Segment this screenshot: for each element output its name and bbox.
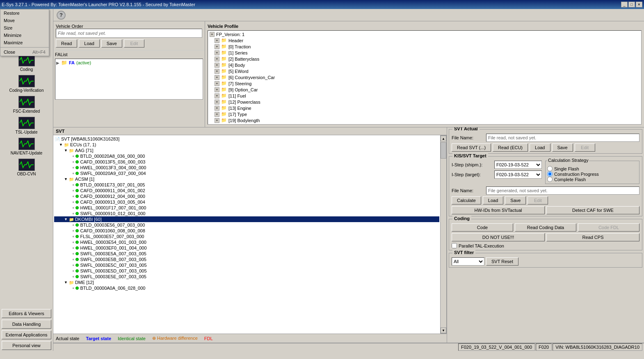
complete-flash-input[interactable] <box>547 177 553 182</box>
svt-item[interactable]: ● BTLD_00001E73_007_001_005 <box>54 182 439 188</box>
svt-item[interactable]: ● SWFL_00003E5D_007_003_005 <box>54 268 439 274</box>
sidebar-item-obd-cvn[interactable]: OBD-CVN <box>0 157 53 178</box>
tree-item-powerclass[interactable]: + 📁 [12] Powerclass <box>209 99 640 105</box>
tree-item-body[interactable]: + 📁 [4] Body <box>209 62 640 68</box>
data-handling-button[interactable]: Data Handling <box>2 320 51 329</box>
kis-file-name-input[interactable] <box>486 186 639 195</box>
sidebar-item-fsc-extended[interactable]: FSC-Extended <box>0 94 53 115</box>
context-close[interactable]: Close Alt+F4 <box>0 48 49 56</box>
svt-item[interactable]: ● SWFL_00000910_012_001_000 <box>54 211 439 216</box>
svt-group-acsm[interactable]: ▼ 📁 ACSM [1] <box>54 176 439 182</box>
tree-item-type[interactable]: + 📁 [17] Type <box>209 111 640 117</box>
load-kis-button[interactable]: Load <box>483 196 503 204</box>
read-button[interactable]: Read <box>56 39 77 48</box>
vehicle-order-input[interactable] <box>56 29 202 38</box>
expand-body[interactable]: + <box>215 63 219 68</box>
svt-ecus[interactable]: ▼ 📁 ECUs (17, 1) <box>54 142 439 148</box>
read-svt-button[interactable]: Read SVT (...) <box>452 143 491 152</box>
svt-group-dme[interactable]: ▼ 📁 DME [12] <box>54 279 439 285</box>
do-not-use-button[interactable]: DO NOT USE!!! <box>452 233 545 241</box>
sidebar-item-coding-verification[interactable]: Coding-Verification <box>0 73 53 94</box>
tree-item-batteryclass[interactable]: + 📁 [2] Batteryclass <box>209 56 640 62</box>
scroll-down-button[interactable]: ▼ <box>441 327 446 333</box>
context-size[interactable]: Size <box>0 24 49 32</box>
tree-item-fuel[interactable]: + 📁 [11] Fuel <box>209 93 640 99</box>
tree-item-steering[interactable]: + 📁 [7] Steering <box>209 80 640 86</box>
expand-powerclass[interactable]: + <box>215 100 219 105</box>
svt-item[interactable]: ● HWEL_00001F17_007_001_000 <box>54 205 439 211</box>
expand-type[interactable]: + <box>215 112 219 117</box>
personal-view-button[interactable]: Personal view <box>2 341 51 350</box>
svt-item[interactable]: ● HWEL_00003E54_001_003_000 <box>54 239 439 245</box>
expand-battery[interactable]: + <box>215 57 219 61</box>
load-button[interactable]: Load <box>79 39 99 48</box>
svt-tree[interactable]: 📄 SVT [WBA8L51060K316283] ▼ 📁 ECUs (17, … <box>53 135 440 334</box>
context-move[interactable]: Move <box>0 17 49 24</box>
parallel-tal-checkbox[interactable] <box>452 243 457 248</box>
svt-group-dkombi[interactable]: ▼ 📁 DKOMBI [60] <box>54 216 439 222</box>
context-minimize[interactable]: Minimize <box>0 32 49 39</box>
svt-item[interactable]: ● SWFL_00003E5B_007_003_005 <box>54 257 439 262</box>
single-flash-input[interactable] <box>547 166 553 171</box>
load-svt-button[interactable]: Load <box>530 143 550 152</box>
complete-flash-radio[interactable]: Complete Flash <box>547 177 637 182</box>
expand-traction[interactable]: + <box>215 44 219 49</box>
svt-item[interactable]: ● HWEL_000013F3_004_000_000 <box>54 165 439 170</box>
svt-item[interactable]: ● CAFD_00001060_008_000_008 <box>54 228 439 234</box>
read-ecu-button[interactable]: Read (ECU) <box>493 143 528 152</box>
tree-item-fp[interactable]: + FP_Version: 1 <box>209 32 640 37</box>
editors-viewers-button[interactable]: Editors & Viewers <box>2 309 51 318</box>
tree-item-bodylength[interactable]: + 📁 [19] Bodylength <box>209 117 640 123</box>
save-svt-button[interactable]: Save <box>552 143 573 152</box>
svt-item[interactable]: ● HWEL_00003EF0_001_004_000 <box>54 245 439 251</box>
edit-button[interactable]: Edit <box>124 39 144 48</box>
svt-filter-select[interactable]: All AAG ACSM DKOMBI DME <box>452 257 484 266</box>
save-button[interactable]: Save <box>101 39 122 48</box>
expand-series[interactable]: + <box>215 50 219 55</box>
scroll-track[interactable] <box>441 141 446 327</box>
construction-progress-radio[interactable]: Construction Progress <box>547 171 637 177</box>
maximize-button[interactable]: □ <box>628 2 635 7</box>
tree-item-traction[interactable]: + 📁 [0] Traction <box>209 43 640 50</box>
expand-fuel[interactable]: + <box>215 93 219 98</box>
svt-item[interactable]: ● CAFD_00000911_004_001_002 <box>54 188 439 193</box>
construction-progress-input[interactable] <box>547 171 553 177</box>
svt-item[interactable]: ● CAFD_00000913_003_005_004 <box>54 199 439 205</box>
istep-shipm-dropdown[interactable]: F020-19-03-522 <box>494 161 542 169</box>
code-fdl-button[interactable]: Code FDL <box>578 223 639 232</box>
expand-countryversion[interactable]: + <box>215 75 219 80</box>
read-cps-button[interactable]: Read CPS <box>546 233 639 241</box>
expand-bodylength[interactable]: + <box>215 118 219 123</box>
tree-item-series[interactable]: + 📁 [1] Series <box>209 50 640 56</box>
istep-target-dropdown[interactable]: F020-19-03-522 <box>494 170 542 179</box>
svt-item[interactable]: ● BTLD_00000A0A_006_028_000 <box>54 285 439 291</box>
scroll-up-button[interactable]: ▲ <box>441 136 446 141</box>
help-icon[interactable]: ? <box>57 11 66 20</box>
tree-item-eword[interactable]: + 📁 [5] EWord <box>209 68 640 74</box>
detect-caf-button[interactable]: Detect CAF for SWE <box>546 206 639 214</box>
svt-item[interactable]: ● SWFL_00003E5A_007_003_005 <box>54 251 439 257</box>
tree-item-option[interactable]: + 📁 [9] Option_Car <box>209 86 640 93</box>
close-button-title[interactable]: ✕ <box>636 2 642 7</box>
hw-ids-button[interactable]: HW-IDs from SVTactual <box>452 206 545 214</box>
tree-item-header[interactable]: + 📁 Header <box>209 37 640 43</box>
context-maximize[interactable]: Maximize <box>0 39 49 46</box>
edit-kis-button[interactable]: Edit <box>528 196 548 204</box>
expand-engine[interactable]: + <box>215 106 219 111</box>
minimize-button[interactable]: _ <box>621 2 628 7</box>
svt-item[interactable]: ● FLSL_00003E57_007_003_000 <box>54 234 439 239</box>
scroll-thumb[interactable] <box>441 142 446 159</box>
expand-steering[interactable]: + <box>215 81 219 86</box>
external-applications-button[interactable]: External Applications <box>2 330 51 339</box>
fa-tree-item[interactable]: ▶ 📁 FA (active) <box>55 59 203 66</box>
file-name-input[interactable] <box>486 134 639 142</box>
svt-item[interactable]: ● CAFD_00000912_004_000_000 <box>54 193 439 199</box>
svt-item[interactable]: ● SWFL_00003E5E_007_003_005 <box>54 274 439 279</box>
expand-eword[interactable]: + <box>215 69 219 74</box>
svt-item[interactable]: ● CAFD_000013F5_036_000_003 <box>54 159 439 165</box>
svt-reset-button[interactable]: SVT Reset <box>486 257 518 266</box>
single-flash-radio[interactable]: Single Flash <box>547 166 637 171</box>
vehicle-profile-tree[interactable]: + FP_Version: 1 + 📁 Header + 📁 [0] Tract… <box>208 30 642 125</box>
svt-item[interactable]: ● SWFL_00003E5C_007_003_005 <box>54 262 439 268</box>
tree-item-countryversion[interactable]: + 📁 [6] Countryversion_Car <box>209 74 640 80</box>
